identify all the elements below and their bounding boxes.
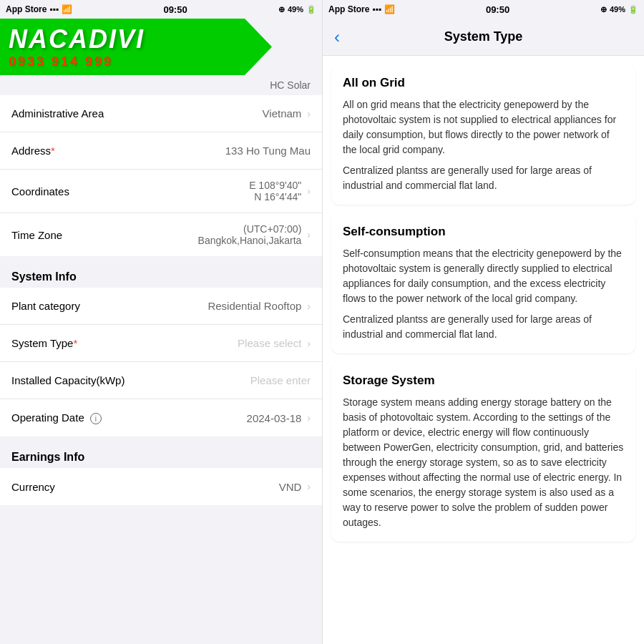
operating-date-chevron: › bbox=[307, 412, 311, 424]
storage-system-card: Storage System Storage system means addi… bbox=[331, 362, 635, 542]
right-status-right: ⊕ 49% 🔋 bbox=[600, 5, 638, 14]
nav-title: System Type bbox=[444, 29, 523, 44]
coordinates-value: E 108°9'40" N 16°4'44" › bbox=[249, 180, 311, 203]
coordinates-chevron: › bbox=[307, 185, 311, 197]
timezone-chevron: › bbox=[307, 229, 311, 240]
nacadivi-banner: NACADIVI 0933 914 999 bbox=[0, 19, 272, 75]
plant-category-chevron: › bbox=[307, 301, 311, 312]
earnings-info-group: Currency VND › bbox=[0, 468, 322, 505]
self-consumption-para-1: Self-consumption means that the electric… bbox=[343, 246, 624, 306]
coordinates-line2: N 16°4'44" bbox=[249, 191, 301, 203]
system-info-header: System Info bbox=[0, 262, 322, 288]
self-consumption-para-2: Centralized plantss are generally used f… bbox=[343, 312, 624, 342]
storage-system-para-1: Storage system means adding energy stora… bbox=[343, 395, 624, 530]
installed-capacity-value[interactable]: Please enter bbox=[250, 374, 311, 386]
self-consumption-title: Self-consumption bbox=[343, 225, 624, 239]
currency-row[interactable]: Currency VND › bbox=[0, 468, 322, 505]
admin-area-value[interactable]: Vietnam › bbox=[263, 107, 311, 119]
admin-area-chevron: › bbox=[307, 108, 311, 119]
basic-info-group: Administrative Area Vietnam › Address* 1… bbox=[0, 95, 322, 256]
battery-icon-left: 🔋 bbox=[306, 5, 316, 14]
coordinates-line1: E 108°9'40" bbox=[249, 180, 301, 191]
plant-category-label: Plant category bbox=[11, 300, 208, 312]
right-content: All on Grid All on grid means that the e… bbox=[323, 56, 644, 644]
address-row[interactable]: Address* 133 Ho Tung Mau bbox=[0, 132, 322, 170]
system-type-required: * bbox=[73, 337, 77, 349]
right-location-icon: ⊕ bbox=[600, 5, 607, 14]
installed-capacity-row[interactable]: Installed Capacity(kWp) Please enter bbox=[0, 362, 322, 399]
left-status-bar: App Store ▪▪▪ 📶 09:50 ⊕ 49% 🔋 bbox=[0, 0, 322, 19]
right-wifi-icon: 📶 bbox=[384, 4, 395, 14]
signal-icon: ▪▪▪ bbox=[49, 4, 59, 14]
currency-value[interactable]: VND › bbox=[279, 481, 311, 493]
currency-chevron: › bbox=[307, 481, 311, 492]
form-content: HC Solar Administrative Area Vietnam › A… bbox=[0, 75, 322, 644]
system-type-value[interactable]: Please select › bbox=[238, 337, 311, 349]
banner-title: NACADIVI bbox=[9, 24, 263, 54]
hc-solar-label: HC Solar bbox=[270, 79, 311, 91]
right-signal-icon: ▪▪▪ bbox=[372, 4, 381, 14]
location-icon: ⊕ bbox=[278, 5, 285, 14]
timezone-line2: Bangkok,Hanoi,Jakarta bbox=[198, 235, 302, 246]
plant-category-row[interactable]: Plant category Residential Rooftop › bbox=[0, 288, 322, 325]
address-required: * bbox=[51, 145, 55, 157]
timezone-label: Time Zone bbox=[11, 229, 198, 241]
right-status-left: App Store ▪▪▪ 📶 bbox=[328, 4, 395, 14]
all-on-grid-card: All on Grid All on grid means that the e… bbox=[331, 64, 635, 205]
coordinates-row[interactable]: Coordinates E 108°9'40" N 16°4'44" › bbox=[0, 170, 322, 213]
earnings-info-header: Earnings Info bbox=[0, 442, 322, 468]
storage-system-title: Storage System bbox=[343, 374, 624, 388]
self-consumption-card: Self-consumption Self-consumption means … bbox=[331, 213, 635, 353]
app-store-label-left: App Store bbox=[6, 4, 47, 14]
right-status-bar: App Store ▪▪▪ 📶 09:50 ⊕ 49% 🔋 bbox=[323, 0, 644, 19]
installed-capacity-label: Installed Capacity(kWp) bbox=[11, 374, 250, 386]
banner-phone: 0933 914 999 bbox=[9, 54, 263, 69]
form-header-row: HC Solar bbox=[0, 75, 322, 95]
right-nav: ‹ System Type bbox=[323, 19, 644, 56]
operating-date-label: Operating Date i bbox=[11, 411, 247, 425]
self-consumption-body: Self-consumption means that the electric… bbox=[343, 246, 624, 342]
wifi-icon: 📶 bbox=[62, 4, 72, 14]
right-panel: App Store ▪▪▪ 📶 09:50 ⊕ 49% 🔋 ‹ System T… bbox=[322, 0, 644, 644]
admin-area-row[interactable]: Administrative Area Vietnam › bbox=[0, 95, 322, 132]
battery-left: 49% bbox=[288, 5, 303, 14]
system-info-group: Plant category Residential Rooftop › Sys… bbox=[0, 288, 322, 436]
right-time: 09:50 bbox=[486, 4, 509, 15]
system-type-chevron: › bbox=[307, 338, 311, 349]
timezone-value: (UTC+07:00) Bangkok,Hanoi,Jakarta › bbox=[198, 223, 311, 246]
address-label: Address* bbox=[11, 145, 225, 157]
all-on-grid-body: All on grid means that the electricity g… bbox=[343, 97, 624, 193]
timezone-line1: (UTC+07:00) bbox=[198, 223, 302, 235]
coordinates-label: Coordinates bbox=[11, 185, 249, 197]
coordinates-stack: E 108°9'40" N 16°4'44" bbox=[249, 180, 301, 203]
timezone-row[interactable]: Time Zone (UTC+07:00) Bangkok,Hanoi,Jaka… bbox=[0, 213, 322, 256]
admin-area-label: Administrative Area bbox=[11, 107, 263, 119]
currency-label: Currency bbox=[11, 481, 279, 493]
battery-icon-right: 🔋 bbox=[628, 5, 638, 14]
system-type-label: System Type* bbox=[11, 337, 238, 349]
system-type-row[interactable]: System Type* Please select › bbox=[0, 325, 322, 362]
app-store-label-right: App Store bbox=[328, 4, 369, 14]
all-on-grid-para-2: Centralized plantss are generally used f… bbox=[343, 163, 624, 193]
left-status-right: ⊕ 49% 🔋 bbox=[278, 5, 316, 14]
all-on-grid-para-1: All on grid means that the electricity g… bbox=[343, 97, 624, 157]
left-panel: App Store ▪▪▪ 📶 09:50 ⊕ 49% 🔋 NACADIVI 0… bbox=[0, 0, 322, 644]
plant-category-value[interactable]: Residential Rooftop › bbox=[208, 300, 311, 312]
timezone-stack: (UTC+07:00) Bangkok,Hanoi,Jakarta bbox=[198, 223, 302, 246]
address-value[interactable]: 133 Ho Tung Mau bbox=[225, 145, 311, 157]
operating-date-info-icon[interactable]: i bbox=[90, 413, 102, 424]
operating-date-value[interactable]: 2024-03-18 › bbox=[247, 412, 311, 424]
left-time: 09:50 bbox=[163, 4, 187, 15]
battery-right: 49% bbox=[610, 5, 625, 14]
storage-system-body: Storage system means adding energy stora… bbox=[343, 395, 624, 530]
left-status-left: App Store ▪▪▪ 📶 bbox=[6, 4, 72, 14]
back-button[interactable]: ‹ bbox=[334, 27, 340, 47]
all-on-grid-title: All on Grid bbox=[343, 76, 624, 90]
operating-date-row[interactable]: Operating Date i 2024-03-18 › bbox=[0, 399, 322, 436]
